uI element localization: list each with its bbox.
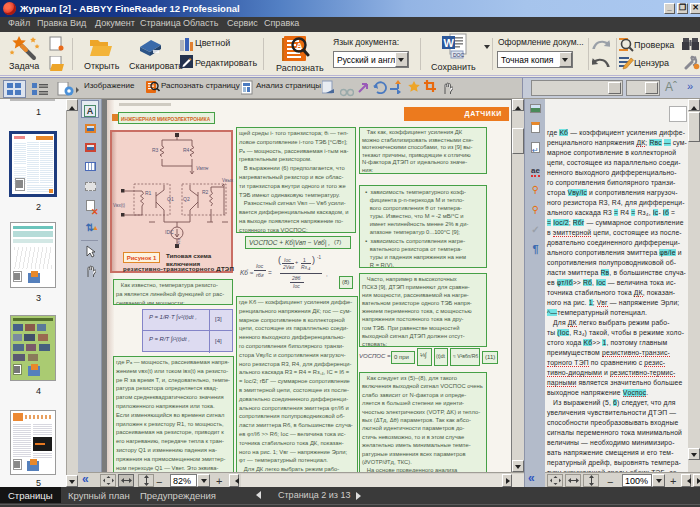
svg-text:R3: R3 — [152, 147, 159, 153]
svg-text:Q2: Q2 — [183, 196, 190, 202]
svg-text:Vвых: Vвых — [222, 178, 234, 183]
svg-text:Q1: Q1 — [167, 196, 174, 202]
svg-text:Vвх(t): Vвх(t) — [113, 203, 125, 208]
svg-text:R4: R4 — [183, 147, 190, 153]
svg-text:W: W — [444, 37, 455, 49]
svg-text:R2: R2 — [202, 189, 209, 195]
svg-text:Vмпн: Vмпн — [196, 165, 209, 171]
svg-text:Vee: Vee — [176, 237, 181, 245]
svg-text:R1: R1 — [145, 190, 152, 196]
svg-text:IDC: IDC — [165, 229, 174, 235]
svg-text:A: A — [296, 41, 303, 51]
svg-text:DOC: DOC — [453, 52, 465, 58]
